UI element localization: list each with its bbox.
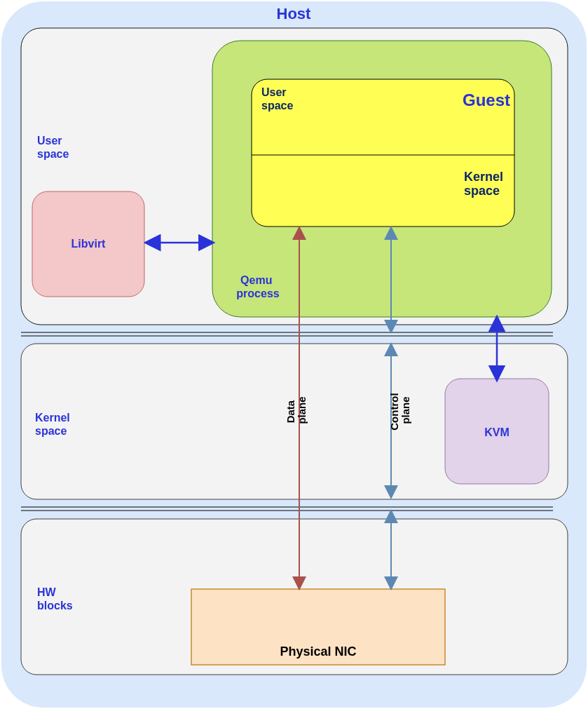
kvm-label: KVM xyxy=(484,426,510,438)
guest-title: Guest xyxy=(463,90,510,109)
virtualization-architecture-diagram: Host User space Qemu process Guest User … xyxy=(0,0,588,709)
data-plane-label: Data plane xyxy=(285,396,308,424)
physical-nic-label: Physical NIC xyxy=(280,644,356,659)
libvirt-label: Libvirt xyxy=(71,238,107,250)
host-title: Host xyxy=(277,5,312,22)
